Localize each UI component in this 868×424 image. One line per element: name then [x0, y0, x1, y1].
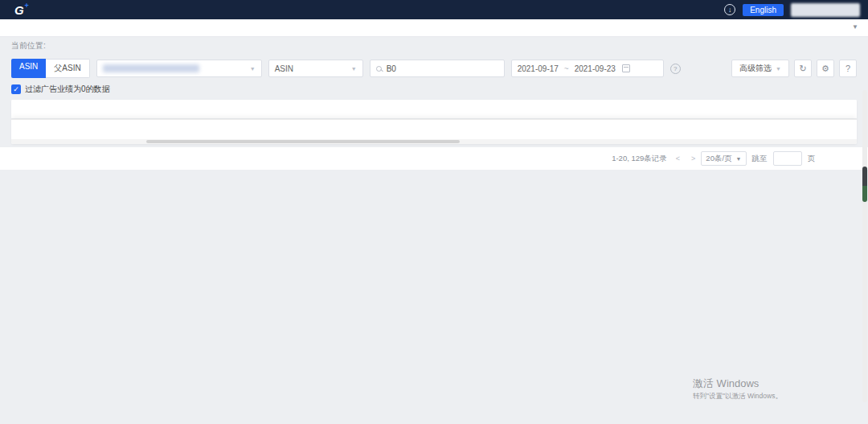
next-page-icon[interactable]: > [691, 154, 695, 163]
store-site-select[interactable]: ▼ [96, 60, 262, 77]
breadcrumb-prefix: 当前位置: [11, 40, 46, 51]
jump-to-suffix: 页 [808, 154, 816, 164]
language-english-button[interactable]: English [743, 4, 784, 16]
chevron-down-icon: ▼ [250, 66, 256, 72]
breadcrumb: 当前位置: [0, 37, 868, 54]
date-end: 2021-09-23 [575, 64, 616, 73]
filter-toolbar: ASIN 父ASIN ▼ ASIN ▼ B0 2021-09-17 ~ 2021… [0, 54, 868, 80]
mode-asin-button[interactable]: ASIN [11, 59, 46, 78]
tabs-dropdown-caret-icon[interactable]: ▼ [852, 23, 858, 31]
date-separator: ~ [564, 64, 569, 73]
logo-plus-icon: + [24, 2, 28, 10]
chevron-down-icon: ▼ [736, 156, 742, 162]
horizontal-scrollbar-thumb[interactable] [146, 140, 459, 143]
user-account-redacted[interactable] [791, 3, 860, 17]
vertical-scrollbar-thumb[interactable] [862, 167, 867, 202]
calendar-icon [622, 64, 630, 72]
horizontal-scrollbar[interactable] [11, 139, 857, 144]
page-size-select[interactable]: 20条/页 ▼ [701, 151, 746, 166]
advanced-filter-button[interactable]: 高级筛选 ▼ [731, 60, 789, 77]
date-range-picker[interactable]: 2021-09-17 ~ 2021-09-23 [511, 60, 664, 77]
asin-performance-table [11, 100, 857, 144]
search-type-value: ASIN [275, 64, 293, 73]
search-value: B0 [387, 64, 396, 73]
table-header-row [11, 100, 857, 119]
date-start: 2021-09-17 [518, 64, 559, 73]
download-icon[interactable]: ↓ [724, 4, 735, 15]
filter-checkbox-row: ✓ 过滤广告业绩为0的数据 [0, 80, 868, 100]
asin-mode-segment: ASIN 父ASIN [11, 59, 90, 78]
vertical-scrollbar[interactable] [862, 90, 867, 402]
filter-zero-label: 过滤广告业绩为0的数据 [25, 84, 110, 95]
asin-search-input[interactable]: B0 [370, 60, 505, 77]
filter-zero-checkbox[interactable]: ✓ [11, 84, 21, 94]
jump-to-label: 跳至 [752, 154, 768, 164]
record-count: 1-20, 129条记录 [612, 154, 667, 164]
pagination-bar: 1-20, 129条记录 < > 20条/页 ▼ 跳至 页 [0, 147, 868, 170]
windows-activation-watermark: 激活 Windows 转到"设置"以激活 Windows。 [693, 377, 782, 401]
search-icon [376, 66, 382, 72]
table-total-row [11, 119, 857, 139]
prev-page-icon[interactable]: < [676, 154, 680, 163]
search-type-select[interactable]: ASIN ▼ [268, 60, 363, 77]
table-help-button[interactable]: ? [839, 60, 857, 77]
mode-parent-asin-button[interactable]: 父ASIN [46, 59, 89, 78]
app-logo[interactable]: G+ [14, 3, 24, 17]
chevron-down-icon: ▼ [351, 66, 357, 72]
store-site-value-redacted [103, 64, 199, 72]
jump-to-input[interactable] [773, 151, 802, 166]
column-settings-button[interactable]: ⚙ [817, 60, 834, 77]
date-help-icon[interactable]: ? [670, 64, 681, 74]
top-navbar: G+ ↓ English [0, 0, 868, 19]
tab-bar: ▼ [0, 19, 868, 37]
refresh-button[interactable]: ↻ [794, 60, 812, 77]
chevron-down-icon: ▼ [776, 66, 781, 72]
